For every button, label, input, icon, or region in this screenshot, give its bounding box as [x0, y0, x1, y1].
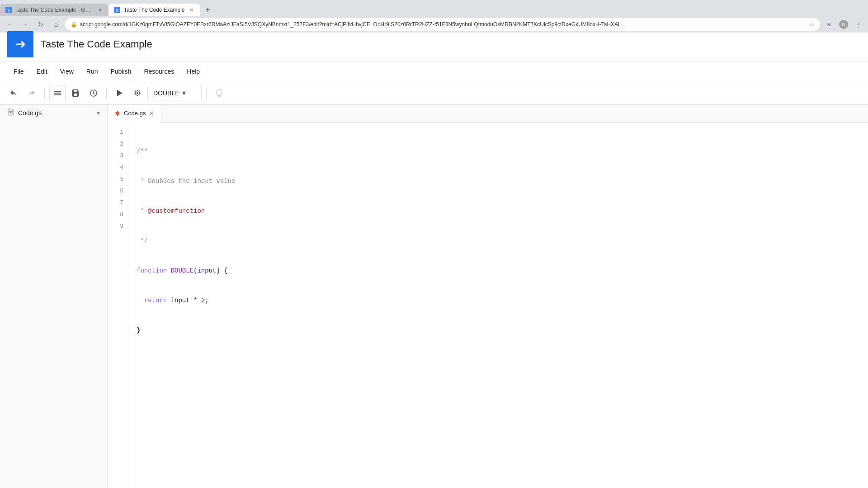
save-button[interactable]: [67, 85, 84, 101]
app-logo: ➜: [7, 31, 33, 57]
app-header: ➜ Taste The Code Example: [0, 27, 868, 61]
tab-2-favicon: S: [114, 7, 120, 13]
line-num-4: 4: [108, 162, 129, 174]
tab-1-title: Taste The Code Example - Goo...: [15, 7, 94, 13]
tab-bar: S Taste The Code Example - Goo... ✕ S Ta…: [0, 0, 868, 27]
address-url: script.google.com/d/1GKz0qmFTvVI5GiOAZFY…: [80, 21, 807, 28]
tab-code-gs-close[interactable]: ✕: [149, 110, 154, 117]
menu-edit[interactable]: Edit: [30, 65, 54, 78]
app-title: Taste The Code Example: [41, 38, 152, 50]
svg-line-20: [139, 90, 140, 91]
code-line-1: /**: [137, 146, 861, 156]
tab-1-close[interactable]: ✕: [97, 6, 103, 14]
svg-text:GS: GS: [9, 111, 13, 114]
tab-2-title: Taste The Code Example: [124, 7, 185, 13]
debug-button[interactable]: [129, 85, 146, 101]
main-area: GS Code.gs ▾ ✱ Code.gs ✕ 1 2: [0, 105, 868, 488]
editor-tabs: ✱ Code.gs ✕: [108, 105, 868, 123]
toolbar-separator-2: [106, 88, 107, 99]
code-editor[interactable]: 1 2 3 4 5 6 7 8 9 /** * Doubles the inpu…: [108, 123, 868, 488]
undo-button[interactable]: [5, 85, 22, 101]
line-num-7: 7: [108, 197, 129, 209]
line-num-6: 6: [108, 185, 129, 197]
browser-chrome: S Taste The Code Example - Goo... ✕ S Ta…: [0, 0, 868, 27]
code-line-6: return input * 2;: [137, 296, 861, 305]
svg-text:U: U: [842, 22, 845, 27]
run-button[interactable]: [111, 85, 127, 101]
sidebar-file-code-gs[interactable]: GS Code.gs ▾: [0, 105, 107, 121]
editor-area: ✱ Code.gs ✕ 1 2 3 4 5 6 7 8 9: [108, 105, 868, 488]
new-tab-button[interactable]: +: [202, 4, 214, 16]
code-line-5: function DOUBLE(input) {: [137, 266, 861, 276]
sidebar: GS Code.gs ▾: [0, 105, 108, 488]
svg-text:S: S: [7, 8, 10, 13]
tab-code-gs[interactable]: ✱ Code.gs ✕: [108, 105, 161, 123]
file-icon: GS: [7, 108, 14, 117]
svg-rect-21: [218, 96, 221, 97]
svg-marker-12: [117, 90, 123, 96]
code-line-8: [137, 355, 861, 365]
address-lock-icon: 🔒: [71, 21, 77, 28]
menu-publish[interactable]: Publish: [104, 65, 137, 78]
app-logo-arrow-icon: ➜: [15, 37, 26, 52]
svg-rect-8: [54, 91, 61, 92]
line-numbers: 1 2 3 4 5 6 7 8 9: [108, 123, 129, 488]
redo-button[interactable]: [24, 85, 40, 101]
code-content[interactable]: /** * Doubles the input value * @customf…: [129, 123, 868, 488]
lightbulb-button[interactable]: [211, 85, 227, 101]
toolbar: DOUBLE ▾: [0, 81, 868, 105]
indent-button[interactable]: [49, 85, 66, 101]
tab-2-close[interactable]: ✕: [189, 6, 194, 14]
code-line-4: */: [137, 236, 861, 246]
line-num-5: 5: [108, 174, 129, 185]
tab-2[interactable]: S Taste The Code Example ✕: [108, 4, 200, 16]
line-num-2: 2: [108, 138, 129, 150]
menu-file[interactable]: File: [7, 65, 30, 78]
code-line-3: * @customfunction: [137, 206, 861, 216]
tab-modified-star: ✱: [115, 110, 120, 117]
chevron-down-icon: ▾: [97, 109, 100, 117]
line-num-1: 1: [108, 127, 129, 138]
tab-code-gs-name: Code.gs: [124, 110, 146, 117]
sidebar-file-name: Code.gs: [18, 109, 93, 117]
code-line-9: [137, 385, 861, 395]
menu-view[interactable]: View: [54, 65, 80, 78]
toolbar-separator-3: [206, 88, 207, 99]
svg-text:S: S: [116, 8, 118, 13]
tab-1[interactable]: S Taste The Code Example - Goo... ✕: [0, 4, 108, 16]
svg-rect-9: [54, 93, 61, 94]
app: ➜ Taste The Code Example File Edit View …: [0, 27, 868, 488]
line-num-3: 3: [108, 150, 129, 162]
svg-text:M: M: [827, 22, 831, 27]
function-selector[interactable]: DOUBLE ▾: [147, 86, 202, 100]
line-num-8: 8: [108, 209, 129, 221]
svg-point-14: [137, 92, 138, 94]
menu-resources[interactable]: Resources: [137, 65, 180, 78]
svg-line-19: [135, 90, 136, 91]
menu-bar: File Edit View Run Publish Resources Hel…: [0, 61, 868, 81]
line-num-9: 9: [108, 221, 129, 232]
function-selector-value: DOUBLE: [153, 89, 179, 97]
menu-help[interactable]: Help: [180, 65, 206, 78]
menu-run[interactable]: Run: [80, 65, 104, 78]
code-line-2: * Doubles the input value: [137, 176, 861, 186]
chevron-down-icon: ▾: [182, 89, 186, 97]
tab-1-favicon: S: [5, 7, 12, 13]
code-line-7: }: [137, 325, 861, 335]
svg-rect-10: [54, 94, 61, 95]
history-button[interactable]: [85, 85, 102, 101]
toolbar-separator-1: [44, 88, 45, 99]
